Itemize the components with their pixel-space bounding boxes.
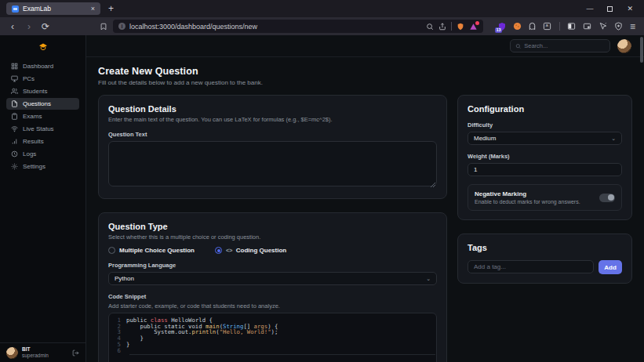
search-box[interactable] (510, 39, 610, 52)
extension-badge: 13 (495, 27, 502, 33)
negative-marking-box: Negative Marking Enable to deduct marks … (468, 184, 622, 211)
weight-input[interactable] (474, 166, 616, 173)
add-tag-button[interactable]: Add (599, 260, 622, 274)
app-logo[interactable] (0, 35, 86, 59)
bookmark-icon[interactable] (100, 23, 107, 31)
app-sidebar: Dashboard PCs Students Questions Exams (0, 35, 86, 362)
dashboard-icon (11, 63, 18, 70)
extension-icons: 13 a (497, 22, 551, 31)
sidebar-item-logs[interactable]: Logs (6, 148, 79, 160)
menu-button[interactable]: ≡ (630, 22, 635, 31)
radio-multiple-choice[interactable]: Multiple Choice Question (108, 247, 195, 254)
sidebar-item-label: Settings (23, 163, 45, 170)
monitor-icon (11, 75, 18, 82)
toolbar-right-icons: ≡ (559, 22, 637, 31)
sidebar-item-results[interactable]: Results (6, 136, 79, 147)
urlbar-separator (451, 22, 452, 31)
difficulty-label: Difficulty (468, 121, 622, 129)
sidebar-item-exams[interactable]: Exams (6, 110, 79, 122)
profile-avatar[interactable] (617, 39, 631, 53)
question-text-input[interactable] (108, 141, 437, 186)
top-bar (86, 35, 644, 57)
programming-language-select[interactable]: Python ⌄ (108, 272, 437, 285)
select-value: Python (115, 275, 134, 282)
radio-circle-icon (108, 247, 115, 254)
site-info-icon[interactable]: i (118, 23, 126, 30)
difficulty-select[interactable]: Medium ⌄ (468, 132, 622, 145)
sidebar-item-dashboard[interactable]: Dashboard (6, 60, 79, 72)
question-text-label: Question Text (108, 131, 437, 138)
card-description: Enter the main text of the question. You… (108, 116, 437, 123)
bar-chart-icon (11, 138, 18, 145)
sidebar-item-pcs[interactable]: PCs (6, 73, 79, 85)
sidebar-toggle-icon[interactable] (567, 22, 576, 31)
search-icon (515, 43, 521, 49)
configuration-card: Configuration Difficulty Medium ⌄ Weight… (457, 95, 632, 220)
cookie-extension-icon[interactable] (513, 22, 522, 31)
users-icon (11, 88, 18, 95)
card-description: Select whether this is a multiple choice… (108, 233, 437, 241)
chevron-down-icon: ⌄ (426, 276, 431, 282)
code-lines: 1public class HelloWorld {2 public stati… (109, 317, 436, 353)
reload-button[interactable]: ⟳ (40, 22, 51, 31)
url-text[interactable]: localhost:3000/dashboard/questions/new (129, 23, 422, 31)
sidebar-item-label: Logs (23, 150, 36, 157)
app-viewport: Dashboard PCs Students Questions Exams (0, 35, 644, 362)
shield-extension-urlbar-icon[interactable] (457, 23, 464, 31)
pointer-extension-icon[interactable] (599, 22, 607, 31)
account-icon[interactable] (583, 22, 591, 31)
code-text: System.out.println("Hello, World!"); (126, 329, 278, 335)
toggle-knob (608, 194, 614, 201)
sidebar-item-settings[interactable]: Settings (6, 161, 79, 172)
code-line: 6 (109, 348, 436, 354)
ghost-extension-icon[interactable] (528, 22, 537, 31)
container-letter: a (545, 23, 548, 27)
select-value: Medium (474, 135, 496, 142)
card-title: Question Details (108, 104, 437, 114)
sidebar-item-questions[interactable]: Questions (6, 98, 79, 110)
adblock-extension-icon[interactable]: 13 (497, 22, 507, 31)
back-button[interactable]: ‹ (7, 22, 18, 31)
search-input[interactable] (524, 42, 605, 49)
sidebar-item-label: Results (23, 138, 44, 145)
radio-coding[interactable]: <> Coding Question (215, 247, 286, 254)
page-scrollbar[interactable] (640, 37, 643, 63)
code-editor[interactable]: 1public class HelloWorld {2 public stati… (108, 313, 437, 362)
gear-icon (11, 163, 18, 170)
negative-marking-toggle[interactable] (599, 194, 615, 202)
browser-tab[interactable]: ExamLab × (6, 2, 100, 15)
new-tab-button[interactable]: + (108, 3, 114, 14)
graduation-cap-icon (38, 42, 48, 52)
card-title: Tags (468, 243, 622, 252)
line-number: 6 (109, 348, 126, 354)
window-controls: — ✕ (586, 5, 644, 13)
user-avatar (6, 347, 18, 359)
url-bar[interactable]: i localhost:3000/dashboard/questions/new (113, 20, 483, 33)
chevron-down-icon: ⌄ (611, 136, 616, 142)
sidebar-item-label: Exams (23, 113, 42, 120)
tab-close-icon[interactable]: × (91, 5, 95, 13)
page-search-icon[interactable] (426, 23, 434, 31)
tag-input[interactable] (474, 263, 588, 270)
share-icon[interactable] (438, 23, 446, 31)
privacy-shield-icon[interactable] (614, 22, 623, 31)
window-close-button[interactable]: ✕ (627, 5, 633, 13)
radio-circle-selected-icon (215, 247, 222, 254)
tab-favicon-icon (12, 5, 19, 13)
code-line: 5} (109, 342, 436, 348)
clipboard-icon (11, 113, 18, 120)
sidebar-item-live-status[interactable]: Live Status (6, 123, 79, 135)
sidebar-item-students[interactable]: Students (6, 85, 79, 97)
logout-icon[interactable] (72, 349, 79, 357)
window-maximize-button[interactable] (607, 6, 613, 12)
window-minimize-button[interactable]: — (586, 5, 593, 13)
alert-extension-urlbar-icon[interactable] (469, 23, 478, 31)
card-title: Configuration (468, 104, 622, 114)
container-extension-icon[interactable]: a (543, 22, 551, 31)
card-title: Question Type (108, 222, 437, 231)
forward-button[interactable]: › (24, 22, 35, 31)
sidebar-user[interactable]: BIT superadmin (0, 342, 86, 362)
resize-handle[interactable] (431, 183, 435, 187)
question-details-card: Question Details Enter the main text of … (98, 95, 447, 199)
tags-card: Tags Add (457, 233, 632, 284)
